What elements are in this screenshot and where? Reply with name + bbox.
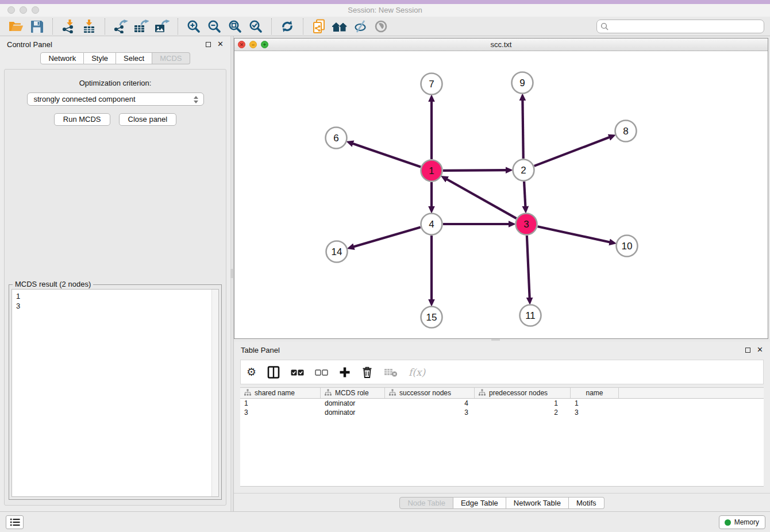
tab-select[interactable]: Select [116, 52, 152, 64]
mcds-panel-body: Optimization criterion: strongly connect… [4, 69, 226, 506]
export-image-icon[interactable] [153, 18, 171, 35]
edge-3-11[interactable] [527, 236, 530, 299]
table-cell[interactable]: 1 [240, 399, 321, 408]
control-panel-header: Control Panel ✕ [0, 36, 230, 52]
import-table-icon[interactable] [80, 18, 98, 35]
column-type-icon [244, 389, 251, 398]
table-row[interactable]: 1dominator411 [240, 399, 764, 408]
edge-2-8[interactable] [534, 137, 610, 166]
new-network-from-selection-icon[interactable] [310, 18, 328, 35]
close-panel-icon[interactable]: ✕ [217, 41, 224, 48]
network-minimize-button[interactable]: − [249, 41, 257, 48]
close-panel-button[interactable]: Close panel [119, 113, 177, 126]
add-column-icon[interactable] [339, 364, 351, 381]
tab-network-table[interactable]: Network Table [506, 497, 569, 509]
tab-motifs[interactable]: Motifs [569, 497, 605, 509]
table-cell[interactable]: 4 [385, 399, 475, 408]
hide-graphics-details-icon[interactable] [351, 18, 369, 35]
column-header-predecessor-nodes[interactable]: predecessor nodes [475, 388, 571, 398]
close-window-button[interactable] [7, 6, 15, 14]
graph-node-label-10: 10 [622, 241, 633, 252]
tab-network[interactable]: Network [40, 52, 84, 64]
table-cell[interactable]: 3 [385, 408, 475, 417]
select-all-icon[interactable] [291, 364, 304, 381]
edge-2-3[interactable] [524, 182, 525, 207]
table-cell[interactable]: 2 [475, 408, 571, 417]
close-table-panel-icon[interactable]: ✕ [757, 346, 763, 353]
zoom-fit-icon[interactable] [226, 18, 244, 35]
graph-node-label-6: 6 [333, 133, 338, 144]
graph-node-label-7: 7 [429, 79, 434, 90]
tab-edge-table[interactable]: Edge Table [453, 497, 506, 509]
network-zoom-button[interactable]: + [261, 41, 268, 48]
refresh-icon[interactable] [278, 18, 297, 35]
import-network-icon[interactable] [59, 18, 78, 35]
edge-1-6[interactable] [352, 144, 421, 167]
control-panel-title: Control Panel [7, 40, 52, 49]
column-header-name[interactable]: name [571, 388, 619, 398]
birdseye-view-icon[interactable] [372, 18, 390, 35]
column-header-shared-name[interactable]: shared name [240, 388, 321, 398]
table-cell[interactable]: 3 [240, 408, 321, 417]
save-session-icon[interactable] [28, 18, 46, 35]
application-window: Session: New Session [0, 0, 770, 532]
float-panel-icon[interactable] [206, 42, 211, 47]
open-session-icon[interactable] [7, 18, 25, 35]
table-cell[interactable]: 1 [475, 399, 571, 408]
show-panels-button[interactable] [6, 515, 24, 529]
zoom-selected-icon[interactable] [247, 18, 265, 35]
table-row[interactable]: 3dominator323 [240, 408, 764, 417]
column-header-successor-nodes[interactable]: successor nodes [385, 388, 475, 398]
result-scrollbar[interactable] [211, 290, 218, 496]
table-panel: Table Panel ✕ ⚙ [234, 342, 770, 511]
network-window-titlebar[interactable]: ✕ − + scc.txt [234, 38, 768, 51]
column-selector-icon[interactable] [267, 364, 280, 381]
column-header-MCDS-role[interactable]: MCDS role [321, 388, 385, 398]
table-cell[interactable]: 1 [571, 399, 619, 408]
mcds-result-list[interactable]: 13 [11, 289, 219, 497]
network-window-title: scc.txt [234, 38, 768, 51]
table-cell[interactable]: 3 [571, 408, 619, 417]
show-all-networks-icon[interactable] [330, 18, 349, 35]
run-mcds-button[interactable]: Run MCDS [54, 113, 110, 126]
zoom-out-icon[interactable] [205, 18, 224, 35]
function-builder-icon[interactable]: f(x) [409, 364, 425, 381]
edge-4-14[interactable] [353, 228, 420, 247]
export-network-icon[interactable] [111, 18, 130, 35]
select-stepper-icon [192, 94, 200, 105]
edge-1-2[interactable] [443, 170, 507, 171]
tab-style[interactable]: Style [84, 52, 116, 64]
maximize-window-button[interactable] [32, 6, 39, 14]
table-toolbar: ⚙ f(x) [240, 360, 764, 384]
zoom-in-icon[interactable] [184, 18, 203, 35]
search-field[interactable] [596, 20, 764, 33]
delete-table-icon[interactable] [384, 364, 398, 381]
graph-node-label-8: 8 [623, 126, 628, 137]
minimize-window-button[interactable] [20, 6, 27, 14]
status-bar: Memory [0, 511, 770, 532]
node-table: shared nameMCDS rolesuccessor nodesprede… [240, 387, 764, 487]
edge-3-10[interactable] [538, 226, 611, 242]
mcds-result-value: 1 [16, 291, 214, 301]
graph-node-label-2: 2 [521, 165, 526, 176]
edge-2-9[interactable] [522, 99, 523, 159]
search-input[interactable] [611, 22, 760, 30]
table-settings-icon[interactable]: ⚙ [247, 364, 256, 381]
main-toolbar [0, 17, 770, 36]
optimization-criterion-select[interactable]: strongly connected component [27, 92, 204, 106]
edge-3-1[interactable] [446, 179, 517, 218]
tab-node-table[interactable]: Node Table [399, 497, 453, 509]
memory-status-icon [725, 519, 731, 526]
network-canvas[interactable]: 7968124314101511 [234, 51, 768, 338]
float-table-panel-icon[interactable] [745, 348, 750, 353]
table-cell[interactable]: dominator [321, 408, 385, 417]
delete-column-icon[interactable] [361, 364, 373, 381]
graph-node-label-3: 3 [523, 219, 529, 230]
network-close-button[interactable]: ✕ [238, 41, 245, 48]
tab-mcds[interactable]: MCDS [152, 52, 190, 64]
memory-button[interactable]: Memory [719, 515, 765, 529]
table-cell[interactable]: dominator [321, 399, 385, 408]
deselect-all-icon[interactable] [315, 364, 328, 381]
toolbar-separator [52, 18, 53, 34]
export-table-icon[interactable] [132, 18, 151, 35]
